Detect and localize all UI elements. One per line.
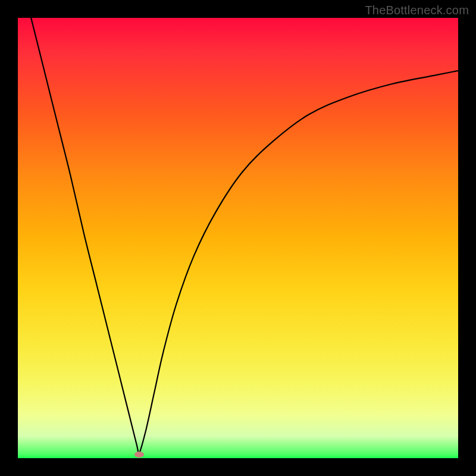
chart-plot-area	[18, 18, 458, 458]
optimum-marker	[134, 452, 144, 458]
chart-frame: TheBottleneck.com	[0, 0, 476, 476]
watermark-label: TheBottleneck.com	[365, 4, 469, 17]
bottleneck-curve	[18, 18, 458, 458]
